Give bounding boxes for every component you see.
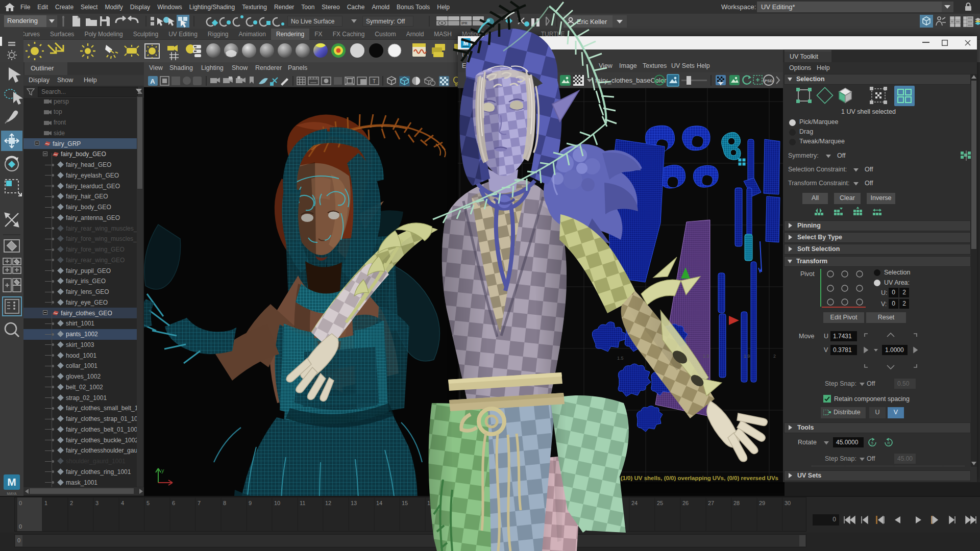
svg-text:y: y: [161, 467, 164, 473]
